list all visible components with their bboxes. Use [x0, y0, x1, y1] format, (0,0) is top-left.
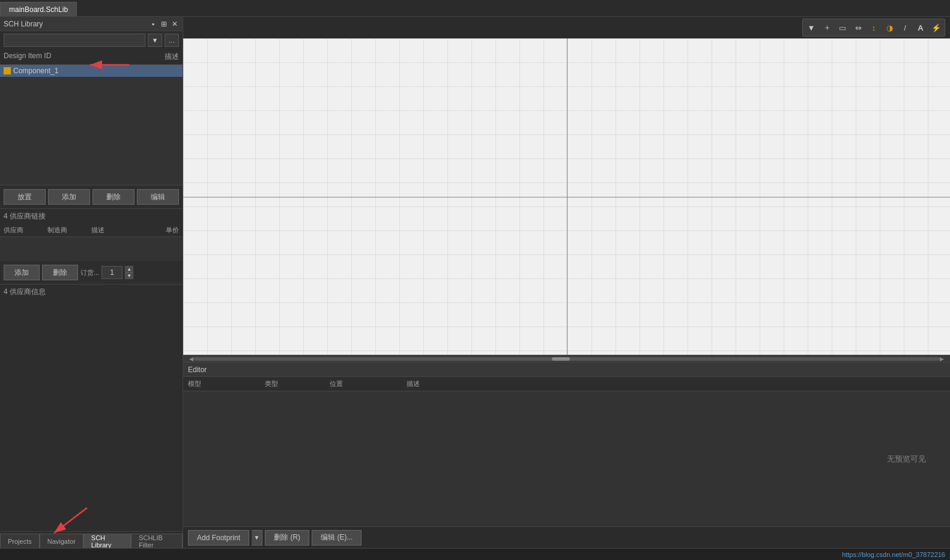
canvas-grid — [183, 38, 950, 355]
place-button[interactable]: 放置 — [4, 189, 46, 205]
toolbar-arc-btn[interactable]: ◑ — [882, 20, 897, 35]
scroll-right-icon[interactable]: ▶ — [940, 356, 944, 362]
search-button[interactable]: ▼ — [148, 34, 162, 47]
tab-mainboard[interactable]: mainBoard.SchLib — [0, 2, 77, 16]
supplier-table-header: 供应商 制造商 描述 单价 — [0, 224, 183, 237]
canvas-area — [183, 38, 950, 355]
component-table-header: Design Item ID 描述 — [0, 49, 183, 65]
toolbar-power-btn[interactable]: ⚡ — [929, 20, 943, 35]
status-url[interactable]: https://blog.csdn.net/m0_37872216 — [842, 551, 945, 558]
edit-button[interactable]: 编辑 — [137, 189, 179, 205]
supplier-rows — [0, 237, 183, 261]
editor-panel: Editor 模型 类型 位置 描述 无预览可见 Add Footprint ▼… — [183, 362, 950, 548]
main-area: SCH Library ▪ ⊞ ✕ ▼ … Design Item ID 描述 … — [0, 17, 950, 548]
editor-col-desc: 描述 — [407, 379, 945, 388]
editor-col-model: 模型 — [188, 379, 260, 388]
tab-bar: mainBoard.SchLib — [0, 0, 950, 17]
scrollbar-track[interactable] — [193, 357, 940, 361]
more-button[interactable]: … — [165, 34, 179, 47]
editor-content: 无预览可见 — [183, 391, 950, 526]
toolbar-text-btn[interactable]: A — [913, 20, 928, 35]
search-row: ▼ … — [0, 31, 183, 49]
editor-table-header: 模型 类型 位置 描述 — [183, 377, 950, 391]
action-buttons: 放置 添加 删除 编辑 — [0, 185, 183, 208]
toolbar-line-btn[interactable]: / — [898, 20, 912, 35]
component-list[interactable]: Component_1 — [0, 65, 183, 185]
supplier-add-button[interactable]: 添加 — [4, 265, 40, 280]
supplier-action-row: 添加 删除 订货... ▲ ▼ — [0, 261, 183, 284]
supplier-info-content — [0, 300, 183, 531]
design-id-col-header: Design Item ID — [4, 52, 91, 62]
supplier-info-header: 供应商信息 — [0, 284, 183, 300]
order-label: 订货... — [80, 268, 99, 277]
tab-projects[interactable]: Projects — [0, 534, 40, 548]
toolbar-pin-btn[interactable]: ↕ — [867, 20, 881, 35]
component-icon — [4, 67, 11, 74]
add-footprint-dropdown-button[interactable]: ▼ — [252, 530, 262, 546]
component-name: Component_1 — [13, 67, 58, 75]
toolbar-group: ▼ ＋ ▭ ⇔ ↕ ◑ / A ⚡ — [802, 19, 945, 37]
add-button[interactable]: 添加 — [48, 189, 90, 205]
pin-icon[interactable]: ▪ — [149, 20, 157, 28]
order-qty-input[interactable] — [101, 266, 123, 279]
left-panel: SCH Library ▪ ⊞ ✕ ▼ … Design Item ID 描述 … — [0, 17, 183, 548]
supplier-col-3: 单价 — [135, 226, 179, 235]
scrollbar-thumb[interactable] — [552, 357, 570, 361]
supplier-delete-button[interactable]: 删除 — [42, 265, 78, 280]
desc-col-header: 描述 — [91, 52, 179, 62]
delete-button[interactable]: 删除 — [92, 189, 135, 205]
canvas-scrollbar[interactable]: ◀ ▶ — [183, 355, 950, 362]
status-bar: https://blog.csdn.net/m0_37872216 — [0, 548, 950, 560]
supplier-col-0: 供应商 — [4, 226, 47, 235]
toolbar-move-btn[interactable]: ⇔ — [851, 20, 865, 35]
tab-sch-library[interactable]: SCH Library — [83, 534, 131, 548]
right-area: ▼ ＋ ▭ ⇔ ↕ ◑ / A ⚡ ◀ ▶ — [183, 17, 950, 548]
toolbar-filter-btn[interactable]: ▼ — [804, 20, 818, 35]
supplier-col-1: 制造商 — [47, 226, 91, 235]
order-qty-spinners: ▲ ▼ — [125, 266, 133, 279]
edit-footprint-button[interactable]: 编辑 (E)... — [312, 530, 362, 546]
bottom-tabs: Projects Navigator SCH Library SCHLIB Fi… — [0, 531, 183, 548]
supplier-col-2: 描述 — [91, 226, 135, 235]
float-icon[interactable]: ⊞ — [160, 20, 168, 28]
tab-navigator[interactable]: Navigator — [40, 534, 83, 548]
toolbar-add-btn[interactable]: ＋ — [820, 20, 834, 35]
spin-up-button[interactable]: ▲ — [125, 266, 133, 272]
search-input[interactable] — [4, 34, 145, 47]
spin-down-button[interactable]: ▼ — [125, 272, 133, 279]
editor-col-type: 类型 — [265, 379, 325, 388]
panel-title-icons: ▪ ⊞ ✕ — [149, 20, 179, 28]
scroll-left-icon[interactable]: ◀ — [189, 356, 193, 362]
crosshair-vertical — [567, 38, 567, 355]
add-footprint-button[interactable]: Add Footprint — [188, 530, 249, 546]
toolbar: ▼ ＋ ▭ ⇔ ↕ ◑ / A ⚡ — [183, 17, 950, 38]
bottom-bar: Add Footprint ▼ 删除 (R) 编辑 (E)... — [183, 526, 950, 548]
no-preview-label: 无预览可见 — [887, 454, 926, 465]
list-item[interactable]: Component_1 — [0, 65, 183, 77]
supplier-links-header: 供应商链接 — [0, 208, 183, 224]
delete-footprint-button[interactable]: 删除 (R) — [265, 530, 309, 546]
close-icon[interactable]: ✕ — [171, 20, 179, 28]
toolbar-rect-btn[interactable]: ▭ — [835, 20, 850, 35]
panel-title-bar: SCH Library ▪ ⊞ ✕ — [0, 17, 183, 31]
panel-title-label: SCH Library — [4, 20, 43, 28]
editor-col-pos: 位置 — [330, 379, 402, 388]
editor-title: Editor — [183, 363, 950, 377]
tab-schlib-filter[interactable]: SCHLIB Filter — [131, 534, 183, 548]
